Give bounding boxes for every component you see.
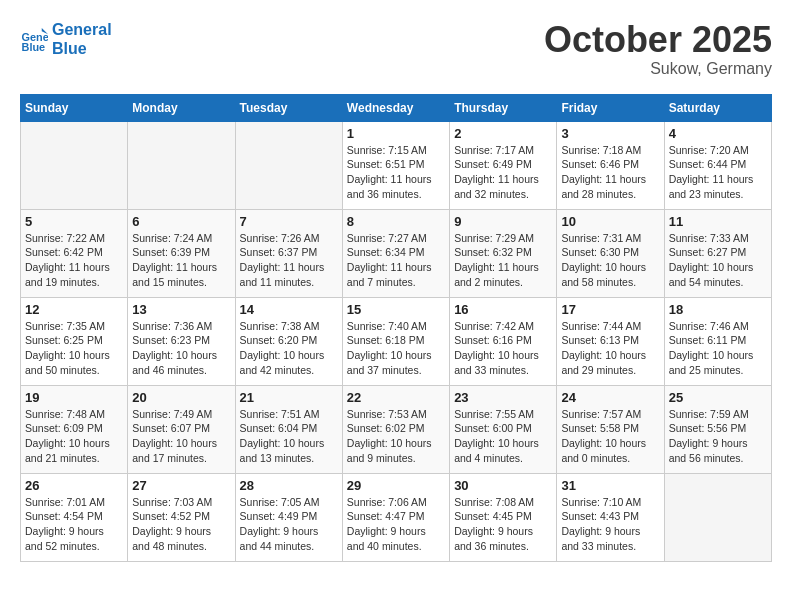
location: Sukow, Germany (544, 60, 772, 78)
logo-icon: General Blue (20, 25, 48, 53)
day-info: Sunrise: 7:35 AM Sunset: 6:25 PM Dayligh… (25, 319, 123, 378)
weekday-monday: Monday (128, 94, 235, 121)
day-info: Sunrise: 7:10 AM Sunset: 4:43 PM Dayligh… (561, 495, 659, 554)
day-cell: 7Sunrise: 7:26 AM Sunset: 6:37 PM Daylig… (235, 209, 342, 297)
week-row-2: 5Sunrise: 7:22 AM Sunset: 6:42 PM Daylig… (21, 209, 772, 297)
weekday-header-row: SundayMondayTuesdayWednesdayThursdayFrid… (21, 94, 772, 121)
day-info: Sunrise: 7:03 AM Sunset: 4:52 PM Dayligh… (132, 495, 230, 554)
day-cell: 1Sunrise: 7:15 AM Sunset: 6:51 PM Daylig… (342, 121, 449, 209)
day-info: Sunrise: 7:26 AM Sunset: 6:37 PM Dayligh… (240, 231, 338, 290)
title-block: October 2025 Sukow, Germany (544, 20, 772, 78)
day-number: 5 (25, 214, 123, 229)
day-cell: 12Sunrise: 7:35 AM Sunset: 6:25 PM Dayli… (21, 297, 128, 385)
day-cell (235, 121, 342, 209)
day-info: Sunrise: 7:33 AM Sunset: 6:27 PM Dayligh… (669, 231, 767, 290)
day-number: 18 (669, 302, 767, 317)
logo-line1: General (52, 20, 112, 39)
day-cell: 26Sunrise: 7:01 AM Sunset: 4:54 PM Dayli… (21, 473, 128, 561)
day-info: Sunrise: 7:42 AM Sunset: 6:16 PM Dayligh… (454, 319, 552, 378)
day-cell: 4Sunrise: 7:20 AM Sunset: 6:44 PM Daylig… (664, 121, 771, 209)
day-cell: 6Sunrise: 7:24 AM Sunset: 6:39 PM Daylig… (128, 209, 235, 297)
day-cell: 28Sunrise: 7:05 AM Sunset: 4:49 PM Dayli… (235, 473, 342, 561)
day-cell: 9Sunrise: 7:29 AM Sunset: 6:32 PM Daylig… (450, 209, 557, 297)
day-info: Sunrise: 7:05 AM Sunset: 4:49 PM Dayligh… (240, 495, 338, 554)
day-cell: 21Sunrise: 7:51 AM Sunset: 6:04 PM Dayli… (235, 385, 342, 473)
day-cell: 20Sunrise: 7:49 AM Sunset: 6:07 PM Dayli… (128, 385, 235, 473)
day-info: Sunrise: 7:55 AM Sunset: 6:00 PM Dayligh… (454, 407, 552, 466)
day-info: Sunrise: 7:18 AM Sunset: 6:46 PM Dayligh… (561, 143, 659, 202)
day-number: 17 (561, 302, 659, 317)
day-number: 3 (561, 126, 659, 141)
day-info: Sunrise: 7:59 AM Sunset: 5:56 PM Dayligh… (669, 407, 767, 466)
day-number: 8 (347, 214, 445, 229)
day-info: Sunrise: 7:40 AM Sunset: 6:18 PM Dayligh… (347, 319, 445, 378)
day-cell: 27Sunrise: 7:03 AM Sunset: 4:52 PM Dayli… (128, 473, 235, 561)
day-cell: 10Sunrise: 7:31 AM Sunset: 6:30 PM Dayli… (557, 209, 664, 297)
calendar-table: SundayMondayTuesdayWednesdayThursdayFrid… (20, 94, 772, 562)
day-number: 4 (669, 126, 767, 141)
day-info: Sunrise: 7:27 AM Sunset: 6:34 PM Dayligh… (347, 231, 445, 290)
day-cell (664, 473, 771, 561)
day-number: 20 (132, 390, 230, 405)
day-number: 7 (240, 214, 338, 229)
weekday-tuesday: Tuesday (235, 94, 342, 121)
day-number: 1 (347, 126, 445, 141)
week-row-5: 26Sunrise: 7:01 AM Sunset: 4:54 PM Dayli… (21, 473, 772, 561)
day-cell: 15Sunrise: 7:40 AM Sunset: 6:18 PM Dayli… (342, 297, 449, 385)
day-cell: 8Sunrise: 7:27 AM Sunset: 6:34 PM Daylig… (342, 209, 449, 297)
day-number: 27 (132, 478, 230, 493)
weekday-friday: Friday (557, 94, 664, 121)
day-number: 14 (240, 302, 338, 317)
day-info: Sunrise: 7:49 AM Sunset: 6:07 PM Dayligh… (132, 407, 230, 466)
logo: General Blue General Blue (20, 20, 112, 58)
day-info: Sunrise: 7:44 AM Sunset: 6:13 PM Dayligh… (561, 319, 659, 378)
day-number: 22 (347, 390, 445, 405)
day-cell: 22Sunrise: 7:53 AM Sunset: 6:02 PM Dayli… (342, 385, 449, 473)
day-cell (128, 121, 235, 209)
day-cell: 23Sunrise: 7:55 AM Sunset: 6:00 PM Dayli… (450, 385, 557, 473)
day-cell (21, 121, 128, 209)
day-number: 25 (669, 390, 767, 405)
week-row-3: 12Sunrise: 7:35 AM Sunset: 6:25 PM Dayli… (21, 297, 772, 385)
day-cell: 17Sunrise: 7:44 AM Sunset: 6:13 PM Dayli… (557, 297, 664, 385)
day-number: 23 (454, 390, 552, 405)
day-info: Sunrise: 7:20 AM Sunset: 6:44 PM Dayligh… (669, 143, 767, 202)
weekday-saturday: Saturday (664, 94, 771, 121)
day-info: Sunrise: 7:57 AM Sunset: 5:58 PM Dayligh… (561, 407, 659, 466)
day-info: Sunrise: 7:01 AM Sunset: 4:54 PM Dayligh… (25, 495, 123, 554)
day-number: 28 (240, 478, 338, 493)
day-cell: 30Sunrise: 7:08 AM Sunset: 4:45 PM Dayli… (450, 473, 557, 561)
day-info: Sunrise: 7:36 AM Sunset: 6:23 PM Dayligh… (132, 319, 230, 378)
day-number: 19 (25, 390, 123, 405)
day-cell: 2Sunrise: 7:17 AM Sunset: 6:49 PM Daylig… (450, 121, 557, 209)
day-number: 10 (561, 214, 659, 229)
day-info: Sunrise: 7:24 AM Sunset: 6:39 PM Dayligh… (132, 231, 230, 290)
page-header: General Blue General Blue October 2025 S… (20, 20, 772, 78)
day-number: 26 (25, 478, 123, 493)
day-cell: 19Sunrise: 7:48 AM Sunset: 6:09 PM Dayli… (21, 385, 128, 473)
day-number: 24 (561, 390, 659, 405)
day-info: Sunrise: 7:53 AM Sunset: 6:02 PM Dayligh… (347, 407, 445, 466)
day-cell: 25Sunrise: 7:59 AM Sunset: 5:56 PM Dayli… (664, 385, 771, 473)
day-number: 12 (25, 302, 123, 317)
day-cell: 24Sunrise: 7:57 AM Sunset: 5:58 PM Dayli… (557, 385, 664, 473)
day-info: Sunrise: 7:51 AM Sunset: 6:04 PM Dayligh… (240, 407, 338, 466)
day-info: Sunrise: 7:17 AM Sunset: 6:49 PM Dayligh… (454, 143, 552, 202)
svg-text:Blue: Blue (22, 41, 46, 53)
week-row-1: 1Sunrise: 7:15 AM Sunset: 6:51 PM Daylig… (21, 121, 772, 209)
day-cell: 13Sunrise: 7:36 AM Sunset: 6:23 PM Dayli… (128, 297, 235, 385)
day-info: Sunrise: 7:06 AM Sunset: 4:47 PM Dayligh… (347, 495, 445, 554)
day-cell: 14Sunrise: 7:38 AM Sunset: 6:20 PM Dayli… (235, 297, 342, 385)
weekday-thursday: Thursday (450, 94, 557, 121)
day-number: 13 (132, 302, 230, 317)
day-number: 31 (561, 478, 659, 493)
day-cell: 11Sunrise: 7:33 AM Sunset: 6:27 PM Dayli… (664, 209, 771, 297)
day-info: Sunrise: 7:08 AM Sunset: 4:45 PM Dayligh… (454, 495, 552, 554)
logo-line2: Blue (52, 39, 112, 58)
day-number: 21 (240, 390, 338, 405)
weekday-wednesday: Wednesday (342, 94, 449, 121)
month-title: October 2025 (544, 20, 772, 60)
day-number: 11 (669, 214, 767, 229)
day-info: Sunrise: 7:48 AM Sunset: 6:09 PM Dayligh… (25, 407, 123, 466)
day-number: 6 (132, 214, 230, 229)
